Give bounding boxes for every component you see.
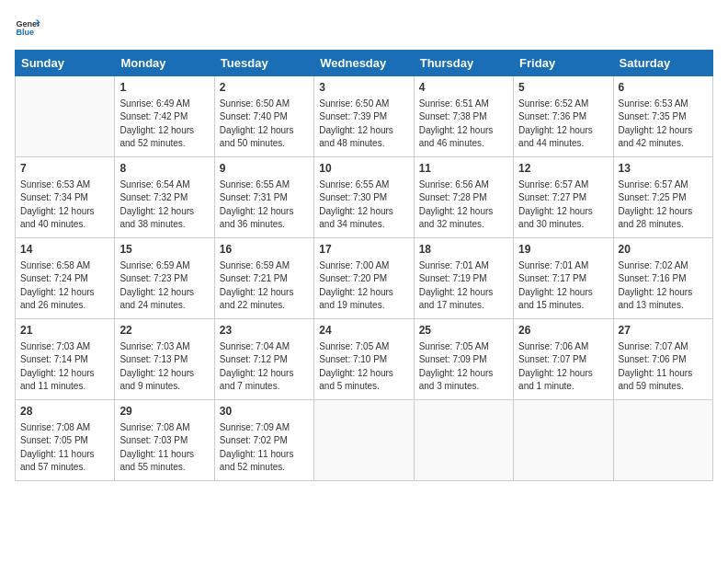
day-cell: 20Sunrise: 7:02 AM Sunset: 7:16 PM Dayli… <box>613 238 712 319</box>
day-number: 29 <box>119 404 209 419</box>
day-cell: 9Sunrise: 6:55 AM Sunset: 7:31 PM Daylig… <box>214 157 313 238</box>
calendar-table: SundayMondayTuesdayWednesdayThursdayFrid… <box>15 50 713 481</box>
day-cell: 8Sunrise: 6:54 AM Sunset: 7:32 PM Daylig… <box>115 157 214 238</box>
day-info: Sunrise: 6:59 AM Sunset: 7:23 PM Dayligh… <box>119 259 209 313</box>
day-cell: 28Sunrise: 7:08 AM Sunset: 7:05 PM Dayli… <box>16 400 115 481</box>
day-cell: 6Sunrise: 6:53 AM Sunset: 7:35 PM Daylig… <box>613 76 712 157</box>
day-number: 24 <box>319 323 408 339</box>
day-info: Sunrise: 6:51 AM Sunset: 7:38 PM Dayligh… <box>419 98 508 151</box>
day-info: Sunrise: 7:00 AM Sunset: 7:20 PM Dayligh… <box>319 259 408 313</box>
day-number: 30 <box>220 404 309 419</box>
day-number: 15 <box>119 242 209 258</box>
day-cell <box>414 400 513 481</box>
day-number: 10 <box>319 161 408 177</box>
day-cell: 2Sunrise: 6:50 AM Sunset: 7:40 PM Daylig… <box>214 76 313 157</box>
day-info: Sunrise: 7:05 AM Sunset: 7:09 PM Dayligh… <box>419 340 508 394</box>
svg-text:Blue: Blue <box>16 28 34 37</box>
day-info: Sunrise: 7:01 AM Sunset: 7:17 PM Dayligh… <box>518 259 608 313</box>
day-cell: 19Sunrise: 7:01 AM Sunset: 7:17 PM Dayli… <box>514 238 613 319</box>
col-header-thursday: Thursday <box>414 51 513 76</box>
day-cell: 25Sunrise: 7:05 AM Sunset: 7:09 PM Dayli… <box>414 319 513 400</box>
day-cell: 16Sunrise: 6:59 AM Sunset: 7:21 PM Dayli… <box>214 238 313 319</box>
day-number: 5 <box>518 80 608 96</box>
day-cell: 12Sunrise: 6:57 AM Sunset: 7:27 PM Dayli… <box>514 157 613 238</box>
day-info: Sunrise: 7:06 AM Sunset: 7:07 PM Dayligh… <box>518 340 608 394</box>
col-header-saturday: Saturday <box>613 51 712 76</box>
col-header-monday: Monday <box>115 51 214 76</box>
day-number: 14 <box>20 242 109 258</box>
day-info: Sunrise: 7:04 AM Sunset: 7:12 PM Dayligh… <box>220 340 309 394</box>
day-cell: 23Sunrise: 7:04 AM Sunset: 7:12 PM Dayli… <box>214 319 313 400</box>
day-number: 13 <box>619 161 708 177</box>
day-cell: 27Sunrise: 7:07 AM Sunset: 7:06 PM Dayli… <box>613 319 712 400</box>
day-info: Sunrise: 7:07 AM Sunset: 7:06 PM Dayligh… <box>619 340 708 394</box>
day-number: 28 <box>20 404 109 419</box>
day-cell: 24Sunrise: 7:05 AM Sunset: 7:10 PM Dayli… <box>314 319 414 400</box>
day-number: 25 <box>419 323 508 339</box>
day-info: Sunrise: 6:55 AM Sunset: 7:31 PM Dayligh… <box>220 178 309 232</box>
day-info: Sunrise: 6:53 AM Sunset: 7:34 PM Dayligh… <box>20 178 109 232</box>
day-number: 9 <box>220 161 309 177</box>
day-number: 20 <box>619 242 708 258</box>
day-number: 16 <box>220 242 309 258</box>
week-row-3: 14Sunrise: 6:58 AM Sunset: 7:24 PM Dayli… <box>16 238 713 319</box>
day-cell: 10Sunrise: 6:55 AM Sunset: 7:30 PM Dayli… <box>314 157 414 238</box>
day-info: Sunrise: 6:56 AM Sunset: 7:28 PM Dayligh… <box>419 178 508 232</box>
day-cell: 17Sunrise: 7:00 AM Sunset: 7:20 PM Dayli… <box>314 238 414 319</box>
day-info: Sunrise: 7:02 AM Sunset: 7:16 PM Dayligh… <box>619 259 708 313</box>
day-cell: 4Sunrise: 6:51 AM Sunset: 7:38 PM Daylig… <box>414 76 513 157</box>
day-cell: 13Sunrise: 6:57 AM Sunset: 7:25 PM Dayli… <box>613 157 712 238</box>
day-number: 3 <box>319 80 408 96</box>
col-header-sunday: Sunday <box>16 51 115 76</box>
day-info: Sunrise: 7:09 AM Sunset: 7:02 PM Dayligh… <box>220 421 309 475</box>
day-cell: 30Sunrise: 7:09 AM Sunset: 7:02 PM Dayli… <box>214 400 313 481</box>
day-cell: 18Sunrise: 7:01 AM Sunset: 7:19 PM Dayli… <box>414 238 513 319</box>
day-info: Sunrise: 7:08 AM Sunset: 7:03 PM Dayligh… <box>119 421 209 475</box>
col-header-tuesday: Tuesday <box>214 51 313 76</box>
day-number: 7 <box>20 161 109 177</box>
calendar-header-row: SundayMondayTuesdayWednesdayThursdayFrid… <box>16 51 713 76</box>
day-cell: 1Sunrise: 6:49 AM Sunset: 7:42 PM Daylig… <box>115 76 214 157</box>
day-info: Sunrise: 6:57 AM Sunset: 7:27 PM Dayligh… <box>518 178 608 232</box>
day-info: Sunrise: 7:05 AM Sunset: 7:10 PM Dayligh… <box>319 340 408 394</box>
day-cell: 5Sunrise: 6:52 AM Sunset: 7:36 PM Daylig… <box>514 76 613 157</box>
day-number: 26 <box>518 323 608 339</box>
day-info: Sunrise: 6:50 AM Sunset: 7:39 PM Dayligh… <box>319 98 408 151</box>
page-header: General Blue <box>15 15 713 40</box>
day-number: 2 <box>220 80 309 96</box>
day-number: 27 <box>619 323 708 339</box>
week-row-2: 7Sunrise: 6:53 AM Sunset: 7:34 PM Daylig… <box>16 157 713 238</box>
day-info: Sunrise: 6:55 AM Sunset: 7:30 PM Dayligh… <box>319 178 408 232</box>
week-row-5: 28Sunrise: 7:08 AM Sunset: 7:05 PM Dayli… <box>16 400 713 481</box>
week-row-1: 1Sunrise: 6:49 AM Sunset: 7:42 PM Daylig… <box>16 76 713 157</box>
day-info: Sunrise: 6:50 AM Sunset: 7:40 PM Dayligh… <box>220 98 309 151</box>
day-cell <box>314 400 414 481</box>
day-cell: 22Sunrise: 7:03 AM Sunset: 7:13 PM Dayli… <box>115 319 214 400</box>
logo: General Blue <box>15 15 40 40</box>
col-header-wednesday: Wednesday <box>314 51 414 76</box>
day-cell: 26Sunrise: 7:06 AM Sunset: 7:07 PM Dayli… <box>514 319 613 400</box>
day-info: Sunrise: 6:49 AM Sunset: 7:42 PM Dayligh… <box>119 98 209 151</box>
calendar-body: 1Sunrise: 6:49 AM Sunset: 7:42 PM Daylig… <box>16 76 713 481</box>
day-cell <box>514 400 613 481</box>
logo-icon: General Blue <box>15 15 40 40</box>
day-info: Sunrise: 7:08 AM Sunset: 7:05 PM Dayligh… <box>20 421 109 475</box>
day-info: Sunrise: 6:54 AM Sunset: 7:32 PM Dayligh… <box>119 178 209 232</box>
day-info: Sunrise: 6:58 AM Sunset: 7:24 PM Dayligh… <box>20 259 109 313</box>
day-cell: 29Sunrise: 7:08 AM Sunset: 7:03 PM Dayli… <box>115 400 214 481</box>
day-number: 6 <box>619 80 708 96</box>
day-info: Sunrise: 7:03 AM Sunset: 7:14 PM Dayligh… <box>20 340 109 394</box>
day-cell <box>613 400 712 481</box>
day-number: 1 <box>119 80 209 96</box>
day-cell: 14Sunrise: 6:58 AM Sunset: 7:24 PM Dayli… <box>16 238 115 319</box>
day-number: 17 <box>319 242 408 258</box>
day-info: Sunrise: 7:03 AM Sunset: 7:13 PM Dayligh… <box>119 340 209 394</box>
day-number: 12 <box>518 161 608 177</box>
col-header-friday: Friday <box>514 51 613 76</box>
day-info: Sunrise: 6:57 AM Sunset: 7:25 PM Dayligh… <box>619 178 708 232</box>
day-number: 23 <box>220 323 309 339</box>
day-cell <box>16 76 115 157</box>
day-number: 18 <box>419 242 508 258</box>
day-number: 19 <box>518 242 608 258</box>
day-number: 4 <box>419 80 508 96</box>
